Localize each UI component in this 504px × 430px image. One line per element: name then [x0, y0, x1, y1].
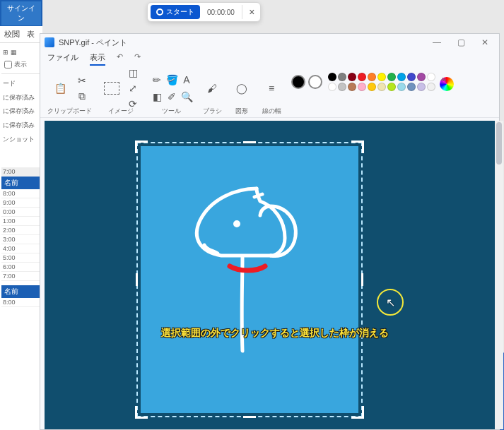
current-color-swatch[interactable]: [291, 75, 305, 89]
scrollbar-thumb[interactable]: [496, 122, 502, 165]
color-swatch[interactable]: [328, 83, 336, 91]
view-label: 表示: [14, 60, 27, 69]
undo-button[interactable]: ↶: [117, 52, 123, 66]
time-cell: 8:00: [1, 189, 41, 198]
secondary-color-swatch[interactable]: [308, 75, 322, 89]
window-close-button[interactable]: ✕: [475, 37, 495, 47]
select-tool-icon[interactable]: [102, 78, 122, 98]
selection-handle-br[interactable]: [351, 406, 364, 419]
color-swatch[interactable]: [328, 73, 336, 81]
color-swatch[interactable]: [407, 83, 416, 91]
brush-icon[interactable]: 🖌: [202, 78, 222, 98]
color-swatch[interactable]: [338, 83, 346, 91]
paint-canvas[interactable]: ↖ 選択範囲の外でクリックすると選択した枠が消える: [45, 121, 495, 429]
ribbon-label-image: イメージ: [108, 107, 134, 116]
selection-handle-right[interactable]: [361, 273, 363, 286]
ribbon-label-clipboard: クリップボード: [47, 107, 92, 116]
color-swatch[interactable]: [377, 73, 386, 81]
color-swatch[interactable]: [387, 73, 396, 81]
color-swatch[interactable]: [387, 83, 396, 91]
selection-handle-tr[interactable]: [351, 141, 364, 153]
ribbon-group-image: ◫ ⤢ ⟳ イメージ: [102, 73, 140, 116]
ribbon-group-color: [291, 73, 454, 91]
paint-titlebar[interactable]: SNPY.gif - ペイント — ▢ ✕: [40, 34, 499, 51]
paint-app-icon: [45, 37, 54, 47]
color-swatch[interactable]: [377, 83, 386, 91]
vertical-scrollbar[interactable]: [495, 121, 503, 429]
selection-handle-tl[interactable]: [135, 141, 148, 153]
window-minimize-button[interactable]: —: [427, 37, 447, 47]
paint-title: SNPY.gif - ペイント: [59, 37, 127, 48]
stroke-width-icon[interactable]: ≡: [262, 78, 281, 98]
time-cell: 9:00: [1, 198, 41, 208]
paint-window: SNPY.gif - ペイント — ▢ ✕ ファイル 表示 ↶ ↷ 📋 ✂ ⧉ …: [40, 33, 500, 430]
color-swatch[interactable]: [368, 83, 376, 91]
selection-rectangle[interactable]: [136, 142, 363, 417]
cursor-icon: ↖: [386, 296, 395, 309]
tab-table[interactable]: 表: [27, 29, 35, 40]
ruler-icon: ⊞: [3, 49, 8, 56]
ribbon-group-stroke: ≡ 線の幅: [262, 73, 281, 116]
selection-handle-top[interactable]: [243, 141, 256, 143]
color-swatch[interactable]: [417, 83, 426, 91]
time-cell: 8:00: [1, 298, 41, 307]
tab-review[interactable]: 校閲: [4, 29, 20, 40]
time-cell: 3:00: [1, 235, 41, 244]
color-swatch[interactable]: [397, 73, 406, 81]
side-item[interactable]: に保存済み: [1, 104, 41, 119]
record-start-button[interactable]: スタート: [151, 5, 200, 19]
paste-icon[interactable]: 📋: [51, 78, 71, 98]
selection-handle-bottom[interactable]: [243, 416, 256, 418]
picker-icon[interactable]: ✐: [165, 90, 179, 104]
crop-icon[interactable]: ◫: [126, 66, 140, 80]
copy-icon[interactable]: ⧉: [75, 89, 89, 103]
color-swatch[interactable]: [348, 83, 356, 91]
record-start-label: スタート: [166, 7, 194, 17]
side-item[interactable]: ンショット: [1, 133, 41, 147]
ribbon-label-color: 色: [440, 76, 447, 85]
color-swatch[interactable]: [368, 73, 376, 81]
record-icon: [156, 8, 163, 16]
color-swatch[interactable]: [417, 73, 426, 81]
pencil-icon[interactable]: ✎: [147, 70, 167, 90]
menu-file[interactable]: ファイル: [47, 52, 78, 66]
ribbon-label-shapes: 図形: [235, 107, 248, 116]
paint-menubar: ファイル 表示 ↶ ↷: [40, 51, 499, 70]
fill-icon[interactable]: 🪣: [165, 73, 179, 87]
color-swatch[interactable]: [348, 73, 356, 81]
menu-view[interactable]: 表示: [90, 52, 105, 66]
time-cell: 0:00: [1, 208, 41, 217]
annotation-text: 選択範囲の外でクリックすると選択した枠が消える: [161, 327, 389, 340]
background-app-titlebar: サインイン: [0, 0, 42, 26]
side-item[interactable]: ード: [1, 77, 41, 91]
zoom-icon[interactable]: 🔍: [180, 90, 194, 104]
color-swatch[interactable]: [338, 73, 346, 81]
color-swatch[interactable]: [358, 83, 366, 91]
record-timer: 00:00:00: [207, 8, 235, 16]
time-cell: 5:00: [1, 253, 41, 263]
selection-handle-bl[interactable]: [135, 406, 148, 419]
side-item[interactable]: に保存済み: [1, 91, 41, 105]
color-palette: [328, 73, 435, 91]
time-cell: 1:00: [1, 217, 41, 226]
view-checkbox[interactable]: [4, 61, 12, 68]
window-maximize-button[interactable]: ▢: [451, 37, 471, 47]
redo-button[interactable]: ↷: [134, 52, 141, 66]
record-close-button[interactable]: ×: [242, 5, 256, 19]
color-swatch[interactable]: [427, 83, 435, 91]
color-swatch[interactable]: [397, 83, 406, 91]
color-swatch[interactable]: [427, 73, 435, 81]
signin-button[interactable]: サインイン: [1, 1, 41, 25]
cut-icon[interactable]: ✂: [75, 73, 89, 88]
color-swatch[interactable]: [358, 73, 366, 81]
color-swatch[interactable]: [407, 73, 416, 81]
time-cell: 7:00: [1, 272, 41, 281]
eraser-icon[interactable]: ◧: [150, 90, 164, 104]
paint-ribbon: 📋 ✂ ⧉ クリップボード ◫ ⤢ ⟳ イメージ ✎ �: [40, 70, 499, 118]
resize-icon[interactable]: ⤢: [126, 81, 140, 95]
selection-handle-left[interactable]: [136, 273, 138, 286]
shapes-icon[interactable]: ◯: [232, 78, 252, 98]
side-item[interactable]: に保存済み: [1, 119, 41, 133]
screen-recorder-bar: スタート 00:00:00 ×: [147, 2, 261, 22]
text-icon[interactable]: A: [180, 73, 194, 87]
